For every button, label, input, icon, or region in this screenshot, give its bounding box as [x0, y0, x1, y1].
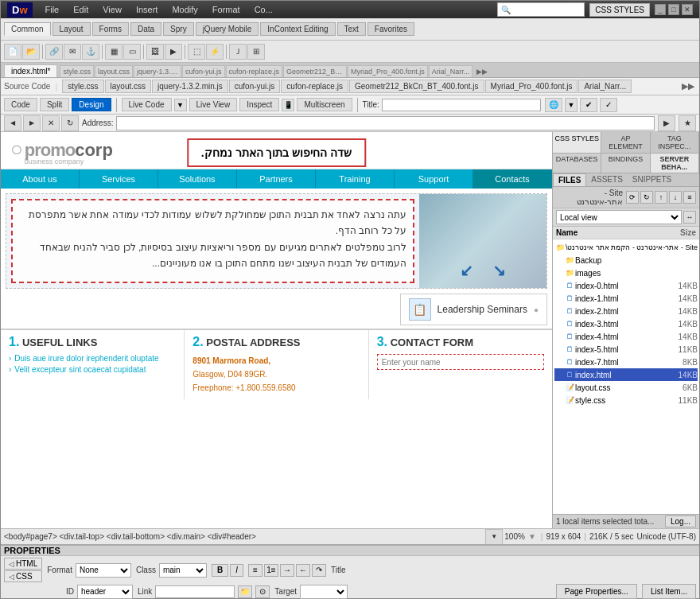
menu-file[interactable]: File	[41, 3, 64, 16]
anchor-icon[interactable]: ⚓	[82, 44, 99, 60]
more-tabs-icon[interactable]: ▶▶	[473, 66, 491, 77]
file-tab-myriad[interactable]: Myriad_Pro_400.font.js	[348, 65, 428, 77]
link-point-icon[interactable]: ⊙	[255, 585, 270, 598]
image-icon[interactable]: 🖼	[146, 44, 164, 60]
source-tab-myriad[interactable]: Myriad_Pro_400.font.js	[485, 80, 578, 93]
files-tab-files[interactable]: FILES	[553, 173, 586, 186]
file-tab-style[interactable]: style.css	[60, 65, 94, 77]
zoom-menu-icon[interactable]: ▼	[485, 529, 503, 545]
menu-edit[interactable]: Edit	[68, 3, 93, 16]
tree-images[interactable]: 📁 images	[554, 266, 698, 279]
bold-button[interactable]: B	[212, 564, 228, 577]
tree-backup[interactable]: 📁 Backup	[554, 254, 698, 266]
menu-view[interactable]: View	[98, 3, 126, 16]
tree-index2[interactable]: 🗒 index-2.html 14KB	[554, 305, 698, 317]
split-view-button[interactable]: Split	[40, 98, 69, 111]
useful-link-1[interactable]: › Duis aue irure dolor irephenderit olup…	[9, 354, 176, 363]
back-icon[interactable]: ◀	[4, 115, 21, 131]
unordered-list-icon[interactable]: ≡	[248, 564, 262, 577]
email-icon[interactable]: ✉	[64, 44, 81, 60]
inspect-button[interactable]: Inspect	[239, 98, 279, 111]
nav-contacts[interactable]: Contacts	[473, 169, 552, 189]
site-down-icon[interactable]: ↓	[669, 191, 682, 204]
div-icon[interactable]: ▭	[123, 44, 141, 60]
file-tab-index[interactable]: index.html*	[4, 64, 57, 77]
preview-in-browser-icon[interactable]: 🌐	[545, 98, 562, 112]
tree-style-css[interactable]: 📝 style.css 11KB	[554, 394, 698, 406]
view-expand-icon[interactable]: ↔	[683, 211, 696, 224]
tab-layout[interactable]: Layout	[52, 22, 91, 36]
stop-icon[interactable]: ✕	[42, 115, 60, 131]
css-tab[interactable]: ◁ CSS	[4, 570, 42, 582]
site-up-icon[interactable]: ↑	[655, 191, 667, 204]
forward-icon[interactable]: ▶	[23, 115, 41, 131]
design-view-button[interactable]: Design	[72, 98, 111, 111]
panel-tab-tag[interactable]: TAG INSPEC...	[651, 132, 699, 153]
site-refresh-icon[interactable]: ↻	[640, 191, 653, 204]
tree-index1[interactable]: 🗒 index-1.html 14KB	[554, 292, 698, 305]
menu-commands[interactable]: Co...	[250, 3, 278, 16]
contact-name-input[interactable]	[382, 358, 539, 367]
site-connect-icon[interactable]: ⟳	[626, 191, 639, 204]
source-tab-layout[interactable]: layout.css	[105, 80, 151, 93]
menu-modify[interactable]: Modify	[167, 3, 202, 16]
tree-index3[interactable]: 🗒 index-3.html 14KB	[554, 317, 698, 330]
view-dropdown[interactable]: Local view	[556, 210, 682, 224]
files-tab-snippets[interactable]: SNIPPETS	[628, 173, 676, 186]
validate-icon[interactable]: ✓	[600, 98, 617, 112]
page-properties-button[interactable]: Page Properties...	[556, 584, 637, 599]
live-view-button[interactable]: Live View	[189, 98, 238, 111]
preview-arrow[interactable]: ▼	[565, 98, 578, 112]
tree-index7[interactable]: 🗒 index-7.html 8KB	[554, 356, 698, 368]
check-page-icon[interactable]: ✔	[580, 98, 597, 112]
tree-index5[interactable]: 🗒 index-5.html 11KB	[554, 343, 698, 356]
useful-link-2[interactable]: › Velit excepteur sint ocaecat cupidatat	[9, 365, 176, 374]
source-tab-cufonui[interactable]: cufon-yui.js	[229, 80, 281, 93]
multiscreen-button[interactable]: Multiscreen	[297, 98, 352, 111]
contact-input-box[interactable]	[377, 354, 544, 370]
files-tab-assets[interactable]: ASSETS	[586, 173, 627, 186]
tab-data[interactable]: Data	[130, 22, 161, 36]
address-star-icon[interactable]: ★	[679, 115, 696, 131]
tab-spry[interactable]: Spry	[163, 22, 194, 36]
tab-text[interactable]: Text	[337, 22, 366, 36]
outdent-icon[interactable]: ←	[296, 564, 310, 577]
tab-forms[interactable]: Forms	[92, 22, 129, 36]
search-input[interactable]	[497, 2, 585, 17]
multiscreen-icon[interactable]: 📱	[282, 99, 294, 111]
close-button[interactable]: ✕	[682, 4, 693, 15]
file-tab-geom[interactable]: Geometr212_BkCn_BT_400.font.js	[283, 65, 347, 77]
source-tab-jquery[interactable]: jquery-1.3.2.min.js	[152, 80, 228, 93]
tree-root[interactable]: 📁 Site - אתר-אינטרנט - הקמת אתר אינטרנט\	[554, 241, 698, 254]
html-tab[interactable]: ◁ HTML	[4, 558, 42, 570]
live-code-button[interactable]: Live Code	[122, 98, 172, 111]
open-icon[interactable]: 📂	[22, 44, 40, 60]
site-options-icon[interactable]: ≡	[683, 191, 696, 204]
source-tab-arial[interactable]: Arial_Narr...	[578, 80, 632, 93]
format-select[interactable]: None	[76, 563, 131, 578]
nav-support[interactable]: Support	[395, 169, 473, 189]
italic-button[interactable]: I	[230, 564, 243, 577]
minimize-button[interactable]: _	[655, 4, 666, 15]
nav-services[interactable]: Services	[80, 169, 158, 189]
file-tab-cufon[interactable]: cufon-yui.js	[182, 65, 225, 77]
panel-tab-ap[interactable]: AP ELEMENT	[601, 132, 650, 153]
hyperlink-icon[interactable]: 🔗	[45, 44, 63, 60]
title-input[interactable]	[382, 99, 541, 111]
tree-layout-css[interactable]: 📝 layout.css 6KB	[554, 381, 698, 394]
nav-partners[interactable]: Partners	[237, 169, 316, 189]
new-doc-icon[interactable]: 📄	[4, 44, 21, 60]
media-icon[interactable]: ▶	[165, 44, 182, 60]
source-tab-style[interactable]: style.css	[62, 80, 103, 93]
panel-sub-server[interactable]: SERVER BEHA...	[651, 154, 699, 173]
panel-sub-databases[interactable]: DATABASES	[553, 154, 601, 173]
refresh-icon[interactable]: ↻	[61, 115, 79, 131]
live-code-arrow[interactable]: ▼	[174, 99, 187, 111]
file-tab-jquery[interactable]: jquery-1.3.2.min.js	[134, 65, 181, 77]
tree-index[interactable]: 🗒 index.html 14KB	[554, 368, 698, 381]
nav-solutions[interactable]: Solutions	[158, 169, 237, 189]
cs-live-button[interactable]: CSS STYLES	[589, 3, 650, 17]
indent-more-icon[interactable]: ↷	[312, 564, 326, 577]
jquery-icon[interactable]: Ｊ	[229, 44, 247, 60]
source-tab-geom[interactable]: Geometr212_BkCn_BT_400.font.js	[349, 80, 484, 93]
